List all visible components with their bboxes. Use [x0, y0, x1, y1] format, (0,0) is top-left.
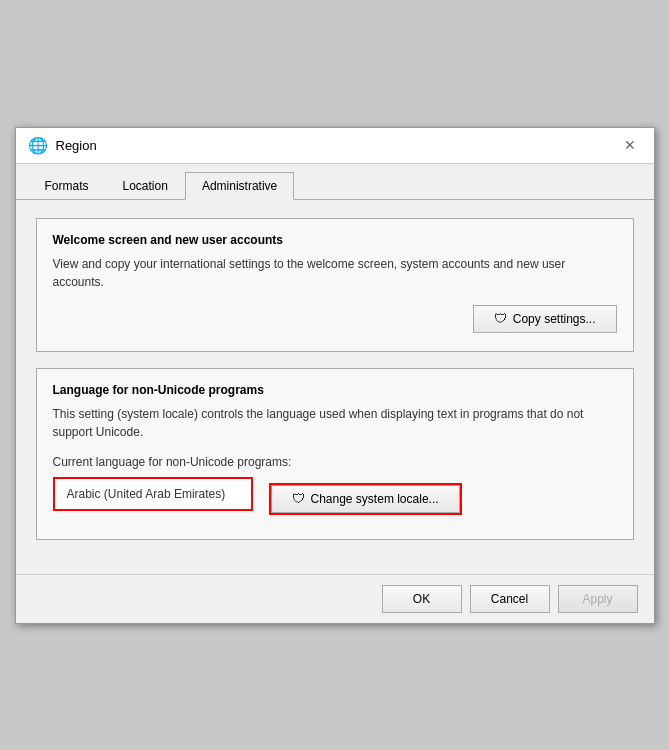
cancel-button[interactable]: Cancel	[470, 585, 550, 613]
welcome-section-actions: 🛡 Copy settings...	[53, 305, 617, 333]
dialog-icon: 🌐	[28, 136, 48, 155]
current-lang-label: Current language for non-Unicode program…	[53, 455, 617, 469]
language-section-title: Language for non-Unicode programs	[53, 383, 617, 397]
ok-button[interactable]: OK	[382, 585, 462, 613]
current-language-value: Arabic (United Arab Emirates)	[53, 477, 253, 511]
change-locale-label: Change system locale...	[311, 492, 439, 506]
language-section: Language for non-Unicode programs This s…	[36, 368, 634, 540]
footer-bar: OK Cancel Apply	[16, 574, 654, 623]
apply-button[interactable]: Apply	[558, 585, 638, 613]
tab-administrative[interactable]: Administrative	[185, 172, 294, 200]
content-area: Welcome screen and new user accounts Vie…	[16, 200, 654, 574]
copy-settings-shield-icon: 🛡	[494, 311, 507, 326]
language-section-desc: This setting (system locale) controls th…	[53, 405, 617, 441]
language-row: Arabic (United Arab Emirates) 🛡 Change s…	[53, 477, 617, 521]
tab-formats[interactable]: Formats	[28, 172, 106, 200]
welcome-section-title: Welcome screen and new user accounts	[53, 233, 617, 247]
welcome-section: Welcome screen and new user accounts Vie…	[36, 218, 634, 352]
title-bar-left: 🌐 Region	[28, 136, 97, 155]
copy-settings-button[interactable]: 🛡 Copy settings...	[473, 305, 617, 333]
copy-settings-label: Copy settings...	[513, 312, 596, 326]
region-dialog: 🌐 Region ✕ Formats Location Administrati…	[15, 127, 655, 624]
welcome-section-desc: View and copy your international setting…	[53, 255, 617, 291]
tab-location[interactable]: Location	[106, 172, 185, 200]
change-system-locale-button[interactable]: 🛡 Change system locale...	[271, 485, 460, 513]
change-locale-button-wrap: 🛡 Change system locale...	[269, 483, 462, 515]
tabs-bar: Formats Location Administrative	[16, 164, 654, 200]
title-bar: 🌐 Region ✕	[16, 128, 654, 164]
close-button[interactable]: ✕	[618, 133, 642, 157]
change-locale-shield-icon: 🛡	[292, 491, 305, 506]
dialog-title: Region	[56, 138, 97, 153]
